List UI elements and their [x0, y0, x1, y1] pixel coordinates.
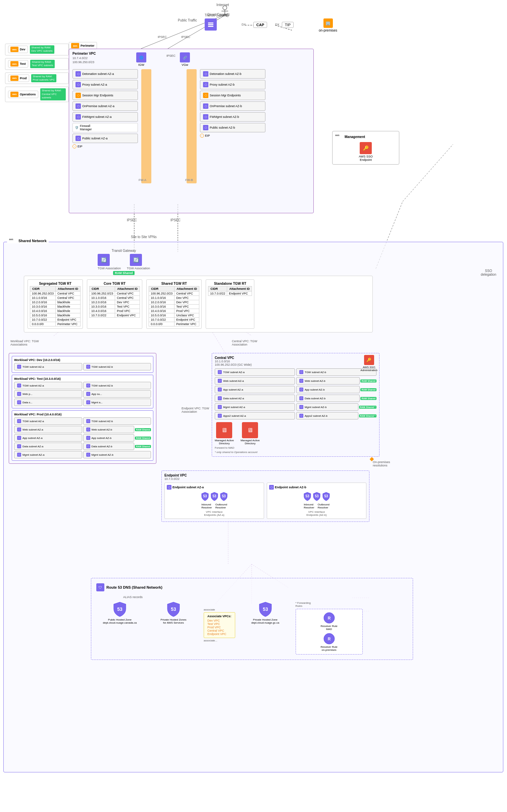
prod-app-b-icon: ⬡: [86, 436, 90, 440]
test-app-a-icon: ⬡: [86, 392, 90, 396]
public-az-b-icon: ⬡: [203, 125, 208, 130]
table-row: 0.0.0.0/0Perimeter VPC: [149, 322, 199, 326]
direct-connect-icon: [205, 18, 217, 31]
endpoint-vpc-cidr: 10.7.0.0/22: [164, 477, 366, 481]
management-header: aws Management: [335, 134, 396, 139]
dev-tgw-az-a: ⬡TGW subnet AZ-a: [14, 363, 82, 370]
on-prem-resolutions: On-premisesresolutions: [373, 460, 390, 467]
resolver-rule-onprem-label: Resolver Ruleon-premises: [299, 645, 360, 651]
table-row: 10.3.0.0/16Test VPC: [90, 305, 140, 309]
table-row: 10.7.0.0/22Endpoint VPC: [90, 313, 140, 318]
detonation-az-b-icon: ⬡: [203, 71, 208, 77]
prod-ram-badge: Shared by RAM:Prod subnets VPC: [31, 74, 57, 83]
vpc-interface-endpoints-az-b: VPC InterfaceEndpoints (AZ-b): [269, 510, 364, 516]
standalone-rt-title: Standalone TGW RT: [208, 282, 252, 285]
private-hz-gc-shield: 53: [259, 601, 272, 617]
assoc-prod: Prod VPC: [207, 626, 232, 629]
table-row: 10.1.0.0/16Dev VPC: [149, 296, 199, 300]
fw-b-bar: FW-B: [187, 69, 197, 183]
seg-h1: CIDR: [30, 286, 56, 291]
tgw-rt-tables-box: Segregated TGW RT CIDRAttachment ID 100.…: [24, 276, 373, 332]
endpoint-az-b-header: ⬡ Endpoint subnet AZ-b: [269, 485, 364, 490]
eip-icon-az-a: →: [72, 144, 77, 148]
private-hz-aws-shield: 53: [167, 601, 180, 617]
core-rt-title: Core TGW RT: [89, 282, 140, 285]
cap-label: CAP: [256, 23, 264, 27]
table-row: 100.96.252.0/23Central VPC: [30, 291, 81, 296]
table-row: 10.2.0.0/16Dev VPC: [90, 300, 140, 305]
central-tgw-assoc-label: Central VPC: TGWAssociation: [232, 340, 257, 346]
prod-web-b-row: ⬡Web subnet AZ-b RAM Shared: [83, 426, 151, 433]
dns-header: 🛡 Route 53 DNS (Shared Network): [96, 583, 408, 591]
prod-web-a-icon: ⬡: [17, 427, 21, 432]
central-apps2-az-b-icon: ⬡: [299, 414, 303, 418]
sta-h2: Attachment ID: [227, 286, 252, 291]
dns-title: Route 53 DNS (Shared Network): [106, 585, 162, 589]
svg-text:53: 53: [305, 494, 309, 498]
central-data-az-b-ram: RAM Shared: [360, 397, 376, 400]
shield-svg-5: 53: [313, 492, 321, 501]
shr-r1c2: Central VPC: [174, 291, 199, 296]
central-vpc-cidr2: 100.96.252.0/23 (GC Wide): [215, 363, 376, 366]
public-hosted-zone-area: 53 Public Hosted Zonedept.cloud-nuage.ca…: [96, 601, 143, 624]
onpremise-az-b-icon: ⬡: [203, 103, 208, 109]
central-tgw-az-b-icon: ⬡: [299, 370, 303, 374]
table-row: 10.2.0.0/16blackhole: [30, 300, 81, 305]
prod-data-b-icon: ⬡: [86, 444, 90, 448]
prod-app-b-row: ⬡App subnet AZ-b RAM Shared: [83, 434, 151, 442]
dev-vpc-subnets: ⬡TGW subnet AZ-a ⬡TGW subnet AZ-b: [14, 363, 151, 370]
core-r4c1: 10.3.0.0/16: [90, 305, 115, 309]
table-row: 100.96.252.0/23Central VPC: [90, 291, 140, 296]
tgw-ram-badge-area: RAM Shared: [98, 271, 150, 275]
management-box: aws Management 🔑 AWS SSOEndpoint: [332, 131, 399, 165]
proxy-az-b-icon: ⬡: [203, 82, 208, 87]
prod-web-a: ⬡Web subnet AZ-a: [14, 426, 82, 433]
seg-r2c2: Central VPC: [56, 296, 81, 300]
central-apps2-az-a: ⬡Apps2 subnet AZ-a: [215, 412, 295, 419]
test-tgw-az-b-icon: ⬡: [86, 384, 90, 388]
svg-text:53: 53: [222, 494, 226, 498]
dev-tgw-az-b: ⬡TGW subnet AZ-b: [83, 363, 151, 370]
core-h1: CIDR: [90, 286, 115, 291]
segregated-rt-title: Segregated TGW RT: [30, 282, 81, 285]
shield-svg-1: 53: [201, 492, 209, 501]
dev-tgw-az-b-icon: ⬡: [86, 365, 90, 369]
central-data-az-b-icon: ⬡: [299, 396, 303, 400]
site-to-site-label: Site to Site VPNs: [131, 235, 157, 239]
central-vpc-box: 🔑 AWS SSOAdministration Central VPC 10.1…: [212, 353, 379, 457]
onpremise-az-b: ⬡ OnPremise subnet AZ-b: [200, 101, 265, 111]
session-mgr-az-a-label: Session Mgr Endpoints: [82, 94, 113, 97]
vgw-label: VGw: [180, 63, 190, 66]
seg-r5c1: 10.4.0.0/16: [30, 309, 56, 313]
prod-web-b: ⬡Web subnet AZ-b: [83, 426, 135, 433]
sta-r1c2: Endpoint VPC: [227, 291, 252, 296]
eip-label-az-b: EIP: [205, 134, 210, 137]
endpoint-tgw-assoc-label: Endpoint VPC: TGWAssociation: [182, 407, 209, 413]
prod-vpc-subnets: ⬡TGW subnet AZ-a ⬡TGW subnet AZ-b ⬡Web s…: [14, 417, 151, 458]
central-mgmt-az-b-row: ⬡Mgmt subnet AZ-b RAM Shared *: [296, 403, 376, 411]
shared-aws-logo: aws: [9, 238, 17, 243]
prod-app-a-icon: ⬡: [17, 436, 21, 440]
endpoint-az-a-inbound: InboundResolver: [201, 503, 212, 509]
core-r1c1: 100.96.252.0/23: [90, 291, 115, 296]
endpoint-az-b-icon: ⬡: [269, 485, 274, 490]
central-app-az-a-icon: ⬡: [218, 388, 222, 392]
fwmgmt-az-b-label: FWMgmt subnet AZ-b: [210, 115, 239, 119]
resolver-rule-onprem-area: R Resolver Ruleon-premises: [299, 633, 360, 651]
perimeter-badge: aws Perimeter: [69, 42, 97, 49]
standalone-rt-table: CIDRAttachment ID 10.7.0.0/22Endpoint VP…: [208, 286, 252, 296]
shr-r7c1: 10.7.0.0/22: [149, 318, 174, 322]
forwarding-rules-area: * ForwardingRules R Resolver RuleMAD: [296, 601, 363, 655]
endpoint-az-a-outbound: OutboundResolver: [215, 503, 227, 509]
shr-r3c1: 10.2.0.0/16: [149, 300, 174, 305]
prod-mgmt-b: ⬡Mgmt subnet AZ-b: [83, 451, 151, 458]
mad-az-a-icon: 🖥: [216, 422, 232, 438]
prod-tgw-az-b-icon: ⬡: [86, 419, 90, 423]
associate-vpcs-area: associate Associate VPCs: Dev VPC Test V…: [204, 608, 235, 642]
shared-rt-table: CIDRAttachment ID 100.96.252.0/23Central…: [149, 286, 199, 326]
endpoint-az-b-shield1: 53: [303, 492, 311, 502]
svg-text:53: 53: [117, 606, 122, 612]
shr-r4c2: Test VPC: [174, 305, 199, 309]
seg-r1c2: Central VPC: [56, 291, 81, 296]
seg-r7c2: Endpoint VPC: [56, 318, 81, 322]
